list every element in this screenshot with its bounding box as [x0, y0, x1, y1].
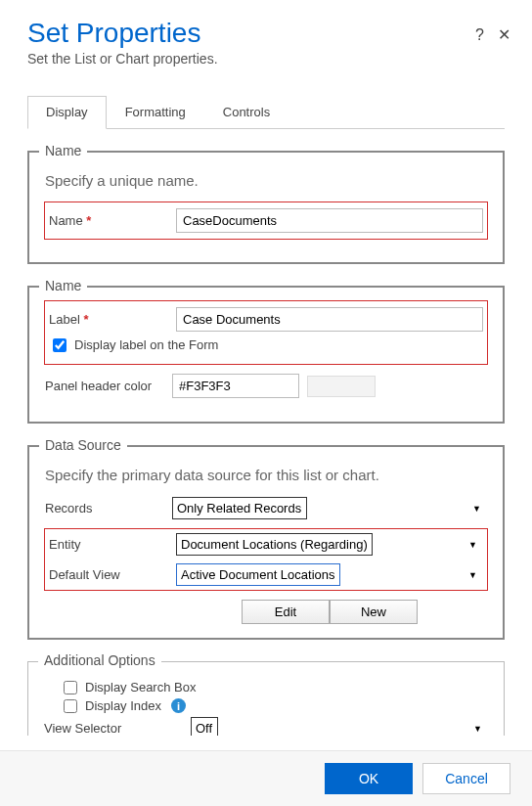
view-selector-label: View Selector: [44, 721, 191, 736]
help-icon[interactable]: ?: [475, 26, 484, 44]
ok-button[interactable]: OK: [325, 763, 413, 794]
page-title: Set Properties: [27, 18, 505, 49]
display-index-checkbox[interactable]: [64, 699, 77, 713]
display-label-checkbox[interactable]: [53, 338, 66, 352]
name-desc: Specify a unique name.: [45, 172, 487, 189]
additional-fieldset: Additional Options Display Search Box Di…: [27, 661, 505, 736]
search-box-checkbox[interactable]: [64, 681, 77, 694]
label-legend: Name: [39, 278, 87, 293]
default-view-label: Default View: [49, 567, 176, 582]
display-index-label: Display Index: [85, 698, 161, 713]
data-source-legend: Data Source: [39, 437, 127, 453]
panel-color-label: Panel header color: [45, 379, 172, 393]
cancel-button[interactable]: Cancel: [422, 763, 510, 794]
label-fieldset: Name Label Display label on the Form Pan…: [27, 286, 505, 424]
entity-select[interactable]: Document Locations (Regarding): [176, 533, 373, 556]
name-fieldset: Name Specify a unique name. Name: [27, 151, 505, 264]
label-input[interactable]: [176, 307, 483, 332]
name-input[interactable]: [176, 208, 483, 233]
page-subtitle: Set the List or Chart properties.: [27, 51, 505, 67]
default-view-select[interactable]: Active Document Locations: [176, 563, 340, 586]
dialog-footer: OK Cancel: [0, 750, 532, 806]
records-select[interactable]: Only Related Records: [172, 497, 307, 519]
additional-legend: Additional Options: [38, 652, 161, 668]
tab-formatting[interactable]: Formatting: [107, 96, 204, 128]
edit-button[interactable]: Edit: [242, 600, 330, 624]
label-label: Label: [49, 312, 176, 327]
close-icon[interactable]: ✕: [498, 25, 510, 44]
tab-controls[interactable]: Controls: [204, 96, 288, 128]
view-selector-select[interactable]: Off: [191, 717, 218, 736]
panel-color-input[interactable]: [172, 374, 299, 398]
records-label: Records: [45, 501, 172, 515]
entity-label: Entity: [49, 537, 176, 552]
name-label: Name: [49, 213, 176, 228]
info-icon[interactable]: i: [171, 698, 186, 713]
tab-bar: Display Formatting Controls: [27, 96, 505, 129]
panel-color-swatch[interactable]: [307, 376, 376, 397]
name-legend: Name: [39, 143, 87, 158]
data-source-fieldset: Data Source Specify the primary data sou…: [27, 445, 505, 640]
tab-display[interactable]: Display: [27, 96, 107, 129]
display-label-text: Display label on the Form: [74, 337, 218, 352]
data-source-desc: Specify the primary data source for this…: [45, 467, 487, 483]
new-button[interactable]: New: [330, 600, 418, 624]
search-box-label: Display Search Box: [85, 680, 196, 694]
